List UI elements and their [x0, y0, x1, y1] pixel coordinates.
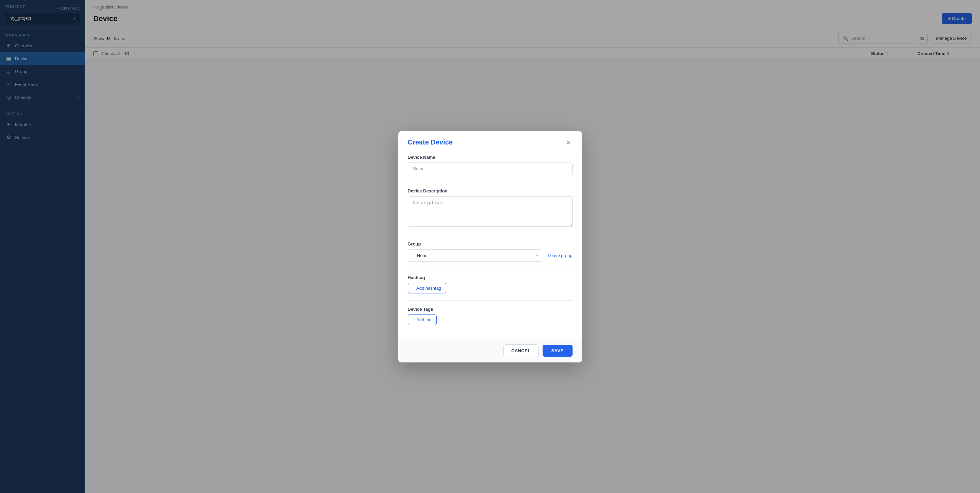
- group-row: -- None -- ▾ Leave group: [408, 249, 573, 262]
- group-label: Group: [408, 241, 573, 246]
- dialog-close-button[interactable]: ×: [565, 138, 573, 147]
- create-device-dialog: Create Device × Device Name Device Descr…: [398, 131, 582, 363]
- dialog-title: Create Device: [408, 138, 453, 146]
- device-description-input[interactable]: [408, 196, 573, 227]
- device-description-label: Device Description: [408, 189, 573, 193]
- device-tags-section: Device Tags + Add tag: [408, 307, 573, 325]
- add-hashtag-button[interactable]: + Add hashtag: [408, 283, 447, 293]
- hashtag-label: Hashtag: [408, 275, 573, 280]
- group-select-wrap: -- None -- ▾: [408, 249, 542, 262]
- device-name-section: Device Name: [408, 155, 573, 175]
- divider-3: [408, 269, 573, 269]
- group-select[interactable]: -- None --: [408, 249, 542, 262]
- dialog-body: Device Name Device Description Group -- …: [398, 152, 582, 339]
- group-section: Group -- None -- ▾ Leave group: [408, 241, 573, 262]
- divider-2: [408, 235, 573, 235]
- leave-group-link[interactable]: Leave group: [548, 253, 572, 258]
- device-tags-label: Device Tags: [408, 307, 573, 312]
- hashtag-section: Hashtag + Add hashtag: [408, 275, 573, 293]
- dialog-footer: CANCEL SAVE: [398, 339, 582, 363]
- dialog-header: Create Device ×: [398, 131, 582, 152]
- divider-4: [408, 300, 573, 301]
- device-description-section: Device Description: [408, 189, 573, 228]
- save-button[interactable]: SAVE: [542, 345, 573, 357]
- device-name-label: Device Name: [408, 155, 573, 160]
- add-tag-button[interactable]: + Add tag: [408, 314, 437, 325]
- device-name-input[interactable]: [408, 163, 573, 175]
- cancel-button[interactable]: CANCEL: [503, 344, 539, 357]
- modal-overlay[interactable]: Create Device × Device Name Device Descr…: [0, 0, 980, 493]
